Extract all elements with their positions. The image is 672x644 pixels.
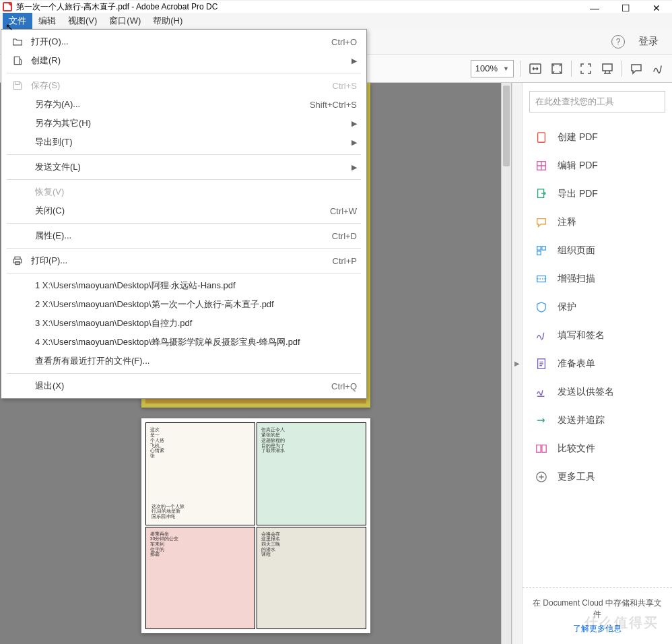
print-icon <box>8 255 27 266</box>
pdf-page: 这次是一个人搭飞机。心情紧张这次的一个人旅行,目的地是新国乐园冲绳 但真正令人紧… <box>141 418 370 633</box>
cloud-note-text: 在 Document Cloud 中存储和共享文件 <box>529 598 665 620</box>
cloud-learn-more-link[interactable]: 了解更多信息 <box>529 623 665 635</box>
organize-icon <box>535 244 548 257</box>
tool-prepare-form[interactable]: 准备表单 <box>523 350 672 378</box>
send-track-icon <box>535 414 548 427</box>
menu-recent-file[interactable]: 2 X:\Users\maoyuan\Desktop\第一次一个人旅行-高木直子… <box>1 295 366 314</box>
menu-recent-file[interactable]: 1 X:\Users\maoyuan\Desktop\阿狸·永远站-Hans.p… <box>1 276 366 295</box>
create-icon <box>8 55 27 66</box>
open-icon <box>8 36 27 47</box>
divider <box>621 61 622 77</box>
tool-create-pdf[interactable]: 创建 PDF <box>523 123 672 152</box>
tool-protect[interactable]: 保护 <box>523 293 672 321</box>
separator <box>7 248 361 249</box>
fit-width-icon[interactable] <box>528 61 543 76</box>
menu-view-all-recent[interactable]: 查看所有最近打开的文件(F)... <box>1 352 366 371</box>
help-icon[interactable]: ? <box>611 35 625 49</box>
menu-save-as[interactable]: 另存为(A)... Shift+Ctrl+S <box>1 95 366 114</box>
tool-export-pdf[interactable]: 导出 PDF <box>523 180 672 208</box>
create-pdf-icon <box>535 131 548 144</box>
svg-rect-9 <box>537 276 546 282</box>
svg-rect-8 <box>537 251 541 255</box>
fullscreen-icon[interactable] <box>578 61 593 76</box>
zoom-value: 100% <box>475 63 498 73</box>
fill-sign-icon <box>535 329 548 342</box>
submenu-arrow-icon: ▶ <box>351 163 357 172</box>
menu-properties[interactable]: 属性(E)... Ctrl+D <box>1 226 366 245</box>
tool-fill-sign[interactable]: 填写和签名 <box>523 321 672 350</box>
scroll-thumb[interactable] <box>503 86 510 166</box>
menu-close-file[interactable]: 关闭(C) Ctrl+W <box>1 201 366 220</box>
plus-icon <box>535 470 548 484</box>
chevron-down-icon: ▼ <box>503 65 509 72</box>
separator <box>7 373 361 374</box>
chevron-right-icon: ▶ <box>514 360 520 367</box>
form-icon <box>535 357 548 371</box>
tool-enhance-scan[interactable]: 增强扫描 <box>523 265 672 293</box>
export-pdf-icon <box>535 187 548 201</box>
svg-rect-6 <box>537 247 541 250</box>
menu-exit[interactable]: 退出(X) Ctrl+Q <box>1 377 366 395</box>
separator <box>7 73 361 73</box>
menu-revert: 恢复(V) <box>1 183 366 201</box>
scan-icon <box>535 272 548 286</box>
panel-collapse-handle[interactable]: ▶ <box>512 83 523 644</box>
divider <box>571 61 572 77</box>
menu-send-file[interactable]: 发送文件(L) ▶ <box>1 158 366 176</box>
menu-recent-file[interactable]: 4 X:\Users\maoyuan\Desktop\蜂鸟摄影学院单反摄影宝典-… <box>1 333 366 352</box>
menu-export-to[interactable]: 导出到(T) ▶ <box>1 133 366 152</box>
submenu-arrow-icon: ▶ <box>351 138 357 147</box>
file-menu-dropdown: 打开(O)... Ctrl+O 创建(R) ▶ 保存(S) Ctrl+S 另存为… <box>1 29 367 399</box>
tool-organize-pages[interactable]: 组织页面 <box>523 236 672 265</box>
menu-create[interactable]: 创建(R) ▶ <box>1 51 366 70</box>
svg-rect-17 <box>13 259 21 263</box>
tool-compare-files[interactable]: 比较文件 <box>523 434 672 463</box>
cloud-footer: 在 Document Cloud 中存储和共享文件 了解更多信息 <box>523 587 672 644</box>
submenu-arrow-icon: ▶ <box>351 57 357 65</box>
shield-icon <box>535 300 548 314</box>
app-icon <box>3 2 12 11</box>
sign-icon[interactable] <box>650 61 665 76</box>
tool-more-tools[interactable]: 更多工具 <box>523 463 672 491</box>
search-placeholder: 在此处查找您的工具 <box>535 96 614 108</box>
tool-send-track[interactable]: 发送并追踪 <box>523 406 672 434</box>
compare-icon <box>535 442 548 455</box>
tools-panel: 在此处查找您的工具 创建 PDF 编辑 PDF 导出 PDF 注释 组织页面 增… <box>523 83 672 644</box>
menu-help[interactable]: 帮助(H) <box>147 13 189 29</box>
tool-edit-pdf[interactable]: 编辑 PDF <box>523 152 672 180</box>
login-button[interactable]: 登录 <box>638 35 659 48</box>
tool-comment[interactable]: 注释 <box>523 208 672 236</box>
separator <box>7 223 361 224</box>
edit-pdf-icon <box>535 159 548 172</box>
vertical-scrollbar[interactable] <box>501 83 511 644</box>
svg-rect-15 <box>15 82 20 84</box>
title-bar: 第一次一个人旅行-高木直子.pdf - Adobe Acrobat Pro DC <box>0 0 672 13</box>
svg-rect-3 <box>538 133 545 142</box>
svg-rect-2 <box>603 64 612 71</box>
menu-save-as-other[interactable]: 另存为其它(H) ▶ <box>1 114 366 133</box>
menu-edit[interactable]: 编辑 <box>32 13 62 29</box>
menu-recent-file[interactable]: 3 X:\Users\maoyuan\Desktop\自控力.pdf <box>1 314 366 333</box>
svg-rect-14 <box>14 57 20 64</box>
save-icon <box>8 80 27 91</box>
send-sign-icon <box>535 385 548 399</box>
cursor-icon: ↖ <box>5 22 13 32</box>
menu-open[interactable]: 打开(O)... Ctrl+O <box>1 32 366 51</box>
svg-rect-7 <box>542 247 545 250</box>
menu-print[interactable]: 打印(P)... Ctrl+P <box>1 251 366 270</box>
fit-page-icon[interactable] <box>549 61 564 76</box>
search-tools-input[interactable]: 在此处查找您的工具 <box>529 91 665 112</box>
separator <box>7 273 361 273</box>
window-title: 第一次一个人旅行-高木直子.pdf - Adobe Acrobat Pro DC <box>16 1 669 13</box>
comment-icon[interactable] <box>629 61 644 76</box>
menu-window[interactable]: 窗口(W) <box>103 13 147 29</box>
submenu-arrow-icon: ▶ <box>351 119 357 128</box>
read-mode-icon[interactable] <box>600 61 615 76</box>
divider <box>520 61 521 77</box>
menu-view[interactable]: 视图(V) <box>62 13 103 29</box>
tool-send-signature[interactable]: 发送以供签名 <box>523 378 672 406</box>
svg-rect-11 <box>537 445 541 453</box>
zoom-select[interactable]: 100% ▼ <box>471 60 514 77</box>
separator <box>7 154 361 155</box>
separator <box>7 179 361 180</box>
